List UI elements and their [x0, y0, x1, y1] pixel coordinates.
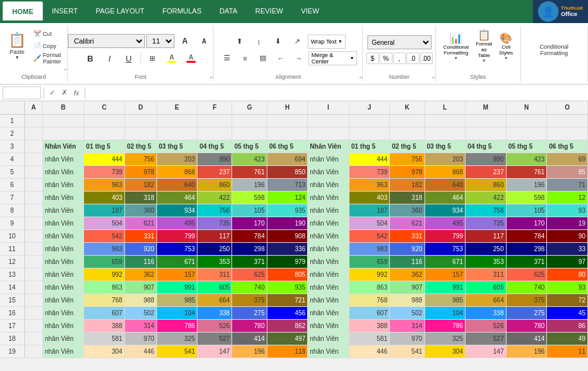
header-cell[interactable]: 01 thg 5 [349, 140, 390, 153]
cell[interactable]: 935 [267, 204, 308, 217]
cell[interactable]: 456 [267, 306, 308, 319]
cell[interactable]: 753 [156, 242, 197, 255]
wrap-text-button[interactable]: Wrap Text ▼ [308, 35, 346, 49]
cell[interactable]: 353 [466, 255, 507, 268]
cell[interactable]: 621 [390, 217, 424, 229]
cell[interactable] [156, 114, 197, 127]
cell[interactable]: 304 [424, 345, 466, 358]
cell[interactable] [24, 242, 42, 255]
clipboard-launcher[interactable]: ⌐ [65, 67, 68, 72]
cell[interactable]: 934 [156, 204, 197, 217]
cell[interactable]: 780 [232, 319, 267, 332]
cell-styles-button[interactable]: 🎨 CellStyles ▼ [497, 30, 515, 62]
cell[interactable]: 124 [267, 191, 308, 204]
col-header-n[interactable]: N [506, 101, 547, 114]
cell[interactable]: nhân Viên [43, 165, 84, 178]
cell[interactable]: nhân Viên [43, 153, 84, 165]
cell[interactable] [424, 114, 466, 127]
cell[interactable]: 756 [390, 153, 424, 165]
cell[interactable] [24, 178, 42, 191]
cell[interactable] [232, 127, 267, 140]
align-bottom-button[interactable]: ⬇ [269, 34, 287, 49]
cell[interactable] [24, 268, 42, 281]
cell[interactable]: 325 [156, 332, 197, 345]
col-header-i[interactable]: I [308, 101, 349, 114]
row-header[interactable]: 13 [0, 268, 24, 281]
cell[interactable] [84, 127, 125, 140]
cell[interactable]: 423 [506, 153, 547, 165]
cell[interactable]: 526 [197, 319, 232, 332]
cell[interactable]: 422 [197, 191, 232, 204]
cell[interactable]: 739 [84, 165, 125, 178]
cell[interactable]: 786 [156, 319, 197, 332]
cell[interactable]: 196 [232, 178, 267, 191]
cell[interactable]: 444 [84, 153, 125, 165]
cell[interactable]: 298 [506, 242, 547, 255]
cell[interactable]: nhân Viên [308, 191, 349, 204]
cell[interactable]: 983 [84, 242, 125, 255]
cell[interactable]: nhân Viên [308, 332, 349, 345]
col-header-g[interactable]: G [232, 101, 267, 114]
cell[interactable]: 671 [424, 255, 466, 268]
col-header-j[interactable]: J [349, 101, 390, 114]
cell[interactable]: nhân Viên [43, 255, 84, 268]
cell[interactable]: 784 [232, 229, 267, 242]
cell[interactable]: 250 [466, 242, 507, 255]
number-launcher[interactable]: ⌐ [432, 74, 435, 80]
cell[interactable]: 605 [197, 281, 232, 293]
cell[interactable]: 497 [267, 332, 308, 345]
format-as-table-button[interactable]: 📋 Format asTable ▼ [473, 27, 494, 65]
increase-indent-button[interactable]: → [290, 51, 307, 66]
align-top-button[interactable]: ⬆ [231, 34, 249, 49]
tab-formulas[interactable]: FORMULAS [153, 1, 210, 21]
cell[interactable]: 311 [466, 268, 507, 281]
col-header-f[interactable]: F [197, 101, 232, 114]
cell[interactable]: 414 [232, 332, 267, 345]
cell[interactable]: nhân Viên [308, 204, 349, 217]
cell[interactable] [24, 319, 42, 332]
cell[interactable]: 504 [84, 217, 125, 229]
cell[interactable] [547, 114, 588, 127]
cell[interactable]: 116 [124, 255, 156, 268]
cell[interactable]: 740 [506, 281, 547, 293]
cell[interactable]: 598 [506, 191, 547, 204]
cell[interactable]: 713 [267, 178, 308, 191]
cell[interactable]: 920 [390, 242, 424, 255]
col-header-d[interactable]: D [124, 101, 156, 114]
cell[interactable] [24, 281, 42, 293]
cell[interactable]: 907 [124, 281, 156, 293]
cell[interactable]: 105 [232, 204, 267, 217]
cell[interactable]: 908 [267, 229, 308, 242]
col-header-k[interactable]: K [390, 101, 424, 114]
cell[interactable]: 625 [506, 268, 547, 281]
cell[interactable]: 314 [124, 319, 156, 332]
underline-button[interactable]: U [120, 51, 138, 66]
percent-button[interactable]: % [380, 53, 392, 64]
row-header[interactable]: 8 [0, 204, 24, 217]
cell[interactable]: nhân Viên [308, 319, 349, 332]
cell[interactable]: 983 [349, 242, 390, 255]
cell[interactable]: 991 [156, 281, 197, 293]
cell[interactable]: 542 [349, 229, 390, 242]
comma-button[interactable]: , [393, 53, 406, 64]
cell[interactable] [308, 127, 349, 140]
cell[interactable]: 71 [547, 178, 588, 191]
fill-color-button[interactable]: A [163, 51, 181, 66]
cell[interactable] [267, 114, 308, 127]
cell[interactable]: 990 [466, 153, 507, 165]
cell[interactable]: 203 [424, 153, 466, 165]
col-header-a[interactable]: A [24, 101, 42, 114]
cell[interactable]: 360 [390, 204, 424, 217]
cell[interactable] [466, 127, 507, 140]
row-header[interactable]: 9 [0, 217, 24, 229]
cell[interactable] [349, 127, 390, 140]
cell[interactable]: 988 [124, 293, 156, 306]
cell[interactable]: 985 [156, 293, 197, 306]
cell[interactable]: 423 [232, 153, 267, 165]
cell[interactable]: 979 [267, 255, 308, 268]
row-header[interactable]: 18 [0, 332, 24, 345]
cell[interactable]: 237 [466, 165, 507, 178]
cell[interactable]: 862 [267, 319, 308, 332]
header-cell[interactable]: 03 thg 5 [156, 140, 197, 153]
cell[interactable]: 93 [547, 281, 588, 293]
